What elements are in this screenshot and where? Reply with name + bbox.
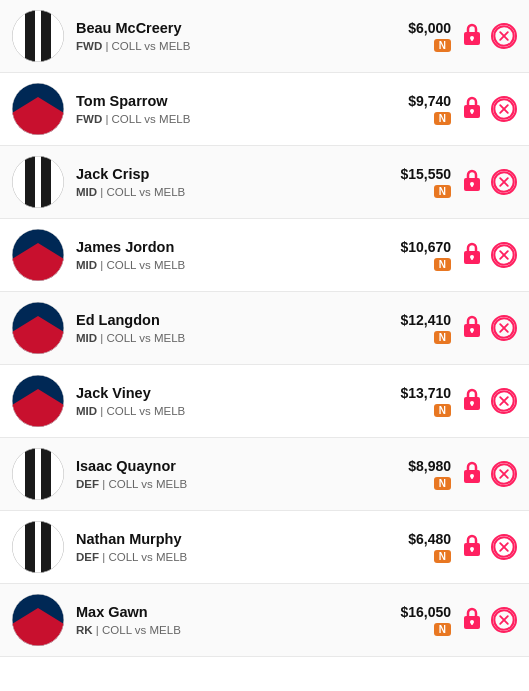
player-info: Beau McCreeryFWD | COLL vs MELB	[76, 20, 381, 51]
player-position: MID	[76, 332, 97, 344]
price-section: $15,550N	[381, 166, 451, 198]
player-info: Max GawnRK | COLL vs MELB	[76, 604, 381, 635]
remove-button[interactable]	[491, 23, 517, 49]
player-name: Tom Sparrow	[76, 93, 381, 110]
svg-rect-1	[25, 10, 35, 62]
player-name: James Jordon	[76, 239, 381, 256]
new-badge: N	[434, 258, 451, 271]
player-avatar	[12, 83, 64, 135]
player-row: Jack CrispMID | COLL vs MELB$15,550N	[0, 146, 529, 219]
price-section: $10,670N	[381, 239, 451, 271]
lock-icon[interactable]	[461, 605, 483, 635]
player-row: Nathan MurphyDEF | COLL vs MELB$6,480N	[0, 511, 529, 584]
svg-rect-34	[471, 257, 473, 260]
svg-rect-20	[25, 156, 35, 208]
player-position: FWD	[76, 113, 102, 125]
player-info: James JordonMID | COLL vs MELB	[76, 239, 381, 270]
player-meta: MID | COLL vs MELB	[76, 332, 381, 344]
price-section: $13,710N	[381, 385, 451, 417]
player-meta: MID | COLL vs MELB	[76, 259, 381, 271]
new-badge: N	[434, 331, 451, 344]
player-row: Jack VineyMID | COLL vs MELB$13,710N	[0, 365, 529, 438]
lock-icon[interactable]	[461, 21, 483, 51]
price-section: $6,480N	[381, 531, 451, 563]
svg-rect-43	[471, 330, 473, 333]
lock-icon[interactable]	[461, 167, 483, 197]
player-row: Tom SparrowFWD | COLL vs MELB$9,740N	[0, 73, 529, 146]
player-position: MID	[76, 405, 97, 417]
player-price: $13,710	[400, 385, 451, 401]
price-section: $12,410N	[381, 312, 451, 344]
player-avatar	[12, 375, 64, 427]
remove-button[interactable]	[491, 461, 517, 487]
player-avatar	[12, 521, 64, 573]
player-name: Nathan Murphy	[76, 531, 381, 548]
price-section: $6,000N	[381, 20, 451, 52]
svg-rect-52	[471, 403, 473, 406]
lock-icon[interactable]	[461, 94, 483, 124]
svg-rect-57	[25, 448, 35, 500]
player-meta: MID | COLL vs MELB	[76, 186, 381, 198]
remove-button[interactable]	[491, 534, 517, 560]
svg-rect-67	[25, 521, 35, 573]
player-price: $15,550	[400, 166, 451, 182]
player-name: Isaac Quaynor	[76, 458, 381, 475]
remove-button[interactable]	[491, 242, 517, 268]
svg-rect-81	[471, 622, 473, 625]
player-name: Jack Crisp	[76, 166, 381, 183]
player-avatar	[12, 156, 64, 208]
player-info: Jack VineyMID | COLL vs MELB	[76, 385, 381, 416]
player-row: Max GawnRK | COLL vs MELB$16,050N	[0, 584, 529, 657]
player-position: DEF	[76, 551, 99, 563]
player-info: Jack CrispMID | COLL vs MELB	[76, 166, 381, 197]
svg-rect-72	[471, 549, 473, 552]
remove-button[interactable]	[491, 96, 517, 122]
lock-icon[interactable]	[461, 386, 483, 416]
remove-button[interactable]	[491, 315, 517, 341]
player-row: Isaac QuaynorDEF | COLL vs MELB$8,980N	[0, 438, 529, 511]
player-info: Ed LangdonMID | COLL vs MELB	[76, 312, 381, 343]
lock-icon[interactable]	[461, 313, 483, 343]
svg-rect-68	[41, 521, 51, 573]
svg-rect-2	[41, 10, 51, 62]
svg-rect-6	[471, 38, 473, 41]
player-position: RK	[76, 624, 93, 636]
lock-icon[interactable]	[461, 459, 483, 489]
lock-icon[interactable]	[461, 240, 483, 270]
remove-button[interactable]	[491, 607, 517, 633]
player-info: Isaac QuaynorDEF | COLL vs MELB	[76, 458, 381, 489]
svg-rect-62	[471, 476, 473, 479]
player-info: Tom SparrowFWD | COLL vs MELB	[76, 93, 381, 124]
player-price: $10,670	[400, 239, 451, 255]
player-name: Jack Viney	[76, 385, 381, 402]
lock-icon[interactable]	[461, 532, 483, 562]
player-meta: DEF | COLL vs MELB	[76, 551, 381, 563]
price-section: $9,740N	[381, 93, 451, 125]
player-meta: FWD | COLL vs MELB	[76, 40, 381, 52]
svg-rect-58	[41, 448, 51, 500]
player-row: James JordonMID | COLL vs MELB$10,670N	[0, 219, 529, 292]
remove-button[interactable]	[491, 169, 517, 195]
svg-rect-15	[471, 111, 473, 114]
player-meta: DEF | COLL vs MELB	[76, 478, 381, 490]
player-position: DEF	[76, 478, 99, 490]
player-price: $6,000	[408, 20, 451, 36]
player-info: Nathan MurphyDEF | COLL vs MELB	[76, 531, 381, 562]
player-name: Ed Langdon	[76, 312, 381, 329]
player-meta: MID | COLL vs MELB	[76, 405, 381, 417]
new-badge: N	[434, 477, 451, 490]
remove-button[interactable]	[491, 388, 517, 414]
new-badge: N	[434, 623, 451, 636]
player-price: $12,410	[400, 312, 451, 328]
player-price: $8,980	[408, 458, 451, 474]
player-meta: FWD | COLL vs MELB	[76, 113, 381, 125]
player-position: MID	[76, 259, 97, 271]
player-name: Max Gawn	[76, 604, 381, 621]
player-avatar	[12, 229, 64, 281]
player-avatar	[12, 448, 64, 500]
player-position: MID	[76, 186, 97, 198]
player-price: $6,480	[408, 531, 451, 547]
price-section: $8,980N	[381, 458, 451, 490]
new-badge: N	[434, 185, 451, 198]
player-price: $16,050	[400, 604, 451, 620]
